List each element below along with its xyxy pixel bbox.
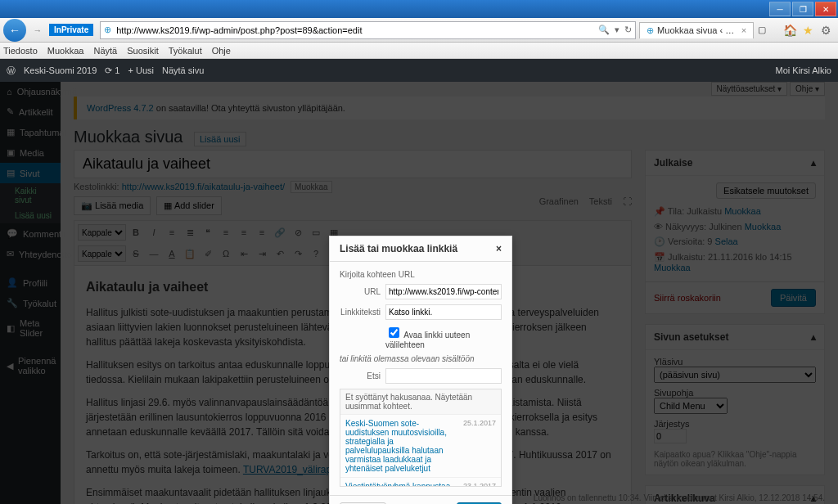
wp-logo-icon[interactable]: Ⓦ bbox=[7, 65, 16, 77]
tab-favicon: ⊕ bbox=[647, 25, 654, 36]
tab-title: Muokkaa sivua ‹ Keski-Suo... bbox=[657, 25, 738, 35]
globe-icon: ⊕ bbox=[104, 25, 111, 35]
url-input[interactable] bbox=[115, 25, 598, 36]
menu-help[interactable]: Ohje bbox=[212, 46, 231, 56]
dropdown-icon[interactable]: ▾ bbox=[615, 25, 619, 35]
modal-desc: Kirjoita kohteen URL bbox=[340, 270, 502, 279]
new-tab-button[interactable]: ▢ bbox=[754, 25, 770, 35]
browser-navbar: ← → InPrivate ⊕ 🔍 ▾ ↻ ⊕ Muokkaa sivua ‹ … bbox=[0, 18, 838, 43]
result-item[interactable]: Viestintätyöryhmä kannustaa henkilöstön … bbox=[340, 478, 501, 487]
menu-favorites[interactable]: Suosikit bbox=[127, 46, 159, 56]
result-title: Keski-Suomen sote-uudistuksen muutosvisi… bbox=[345, 419, 460, 473]
search-input[interactable] bbox=[385, 368, 502, 384]
window-titlebar: ─ ❐ ✕ bbox=[0, 0, 838, 18]
modal-title: Lisää tai muokkaa linkkiä bbox=[340, 243, 457, 254]
back-button[interactable]: ← bbox=[3, 19, 26, 42]
or-label: tai linkitä olemassa olevaan sisältöön bbox=[340, 354, 502, 363]
menu-tools[interactable]: Työkalut bbox=[169, 46, 202, 56]
browser-tab[interactable]: ⊕ Muokkaa sivua ‹ Keski-Suo... × bbox=[639, 22, 754, 38]
search-results: Et syöttänyt hakusanaa. Näytetään uusimm… bbox=[340, 389, 502, 487]
result-date: 23.1.2017 bbox=[463, 482, 496, 487]
favorites-icon[interactable]: ★ bbox=[799, 21, 817, 39]
browser-menubar: Tiedosto Muokkaa Näytä Suosikit Työkalut… bbox=[0, 43, 838, 59]
home-icon[interactable]: 🏠 bbox=[781, 21, 799, 39]
close-window-button[interactable]: ✕ bbox=[815, 2, 836, 16]
minimize-button[interactable]: ─ bbox=[769, 2, 791, 16]
address-bar[interactable]: ⊕ 🔍 ▾ ↻ bbox=[100, 21, 636, 39]
search-label: Etsi bbox=[340, 371, 381, 380]
modal-close-icon[interactable]: × bbox=[496, 243, 502, 254]
link-modal: Lisää tai muokkaa linkkiä × Kirjoita koh… bbox=[329, 236, 512, 504]
tools-icon[interactable]: ⚙ bbox=[817, 21, 835, 39]
results-header: Et syöttänyt hakusanaa. Näytetään uusimm… bbox=[340, 389, 501, 415]
forward-button[interactable]: → bbox=[29, 22, 46, 38]
linktext-input[interactable] bbox=[385, 304, 502, 320]
maximize-button[interactable]: ❐ bbox=[792, 2, 813, 16]
wordpress-admin: Ⓦ Keski-Suomi 2019 ⟳ 1 + Uusi Näytä sivu… bbox=[0, 59, 838, 504]
menu-view[interactable]: Näytä bbox=[93, 46, 117, 56]
newtab-checkbox[interactable] bbox=[389, 327, 399, 338]
result-item[interactable]: Keski-Suomen sote-uudistuksen muutosvisi… bbox=[340, 415, 501, 478]
url-label: URL bbox=[340, 287, 381, 296]
inprivate-badge: InPrivate bbox=[49, 24, 93, 36]
close-tab-icon[interactable]: × bbox=[741, 25, 746, 35]
result-title: Viestintätyöryhmä kannustaa henkilöstön … bbox=[345, 482, 460, 487]
refresh-icon[interactable]: ↻ bbox=[624, 25, 632, 35]
menu-edit[interactable]: Muokkaa bbox=[47, 46, 84, 56]
menu-file[interactable]: Tiedosto bbox=[3, 46, 38, 56]
url-input[interactable] bbox=[385, 284, 502, 299]
search-icon[interactable]: 🔍 bbox=[598, 25, 610, 35]
linktext-label: Linkkiteksti bbox=[340, 308, 381, 317]
result-date: 25.1.2017 bbox=[463, 419, 496, 473]
